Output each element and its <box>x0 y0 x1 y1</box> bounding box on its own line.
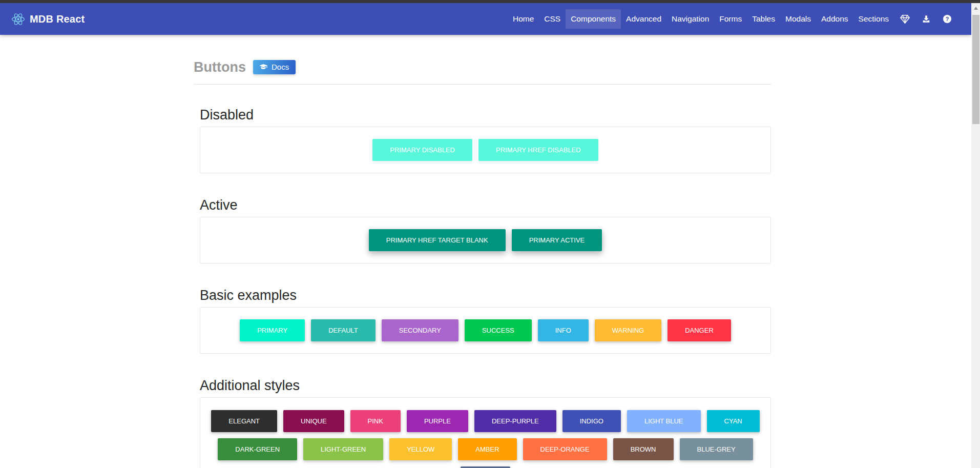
nav-item-navigation[interactable]: Navigation <box>666 9 714 29</box>
nav-item-advanced[interactable]: Advanced <box>621 9 666 29</box>
scrollbar-up-button[interactable] <box>971 3 980 13</box>
section-heading-active: Active <box>200 197 771 213</box>
top-strip <box>0 0 980 3</box>
scrollbar-thumb[interactable] <box>972 15 979 124</box>
section-heading-additional-styles: Additional styles <box>200 378 771 394</box>
button-success[interactable]: SUCCESS <box>465 319 532 341</box>
page-title: Buttons <box>194 59 246 75</box>
button-info[interactable]: INFO <box>538 319 589 341</box>
scroll-up-arrow-icon <box>974 7 978 10</box>
button-purple[interactable]: PURPLE <box>407 410 468 432</box>
button-light-green[interactable]: LIGHT-GREEN <box>303 438 383 460</box>
help-button[interactable]: ? <box>936 9 958 29</box>
scrollbar[interactable] <box>971 3 980 468</box>
button-primary-href-target-blank[interactable]: PRIMARY HREF TARGET BLANK <box>369 229 506 251</box>
additional-row-3 <box>208 463 762 468</box>
button-primary-active[interactable]: PRIMARY ACTIVE <box>512 229 602 251</box>
button-primary-href-disabled[interactable]: PRIMARY HREF DISABLED <box>478 139 598 161</box>
gem-icon <box>900 14 910 24</box>
svg-text:?: ? <box>946 16 949 22</box>
nav-item-addons[interactable]: Addons <box>816 9 853 29</box>
basic-examples-panel: PRIMARY DEFAULT SECONDARY SUCCESS INFO W… <box>200 307 771 354</box>
button-brown[interactable]: BROWN <box>613 438 674 460</box>
button-yellow[interactable]: YELLOW <box>389 438 452 460</box>
section-active: Active PRIMARY HREF TARGET BLANK PRIMARY… <box>200 197 771 263</box>
button-danger[interactable]: DANGER <box>668 319 731 341</box>
nav-item-tables[interactable]: Tables <box>747 9 780 29</box>
button-dark-green[interactable]: DARK-GREEN <box>218 438 297 460</box>
button-primary-disabled[interactable]: PRIMARY DISABLED <box>372 139 472 161</box>
navbar-brand[interactable]: MDB React <box>11 12 85 26</box>
page-header: Buttons Docs <box>194 59 771 75</box>
additional-styles-panel: ELEGANT UNIQUE PINK PURPLE DEEP-PURPLE I… <box>200 397 771 468</box>
nav-item-home[interactable]: Home <box>508 9 539 29</box>
react-logo-icon <box>11 12 25 26</box>
button-deep-orange[interactable]: DEEP-ORANGE <box>523 438 607 460</box>
button-light-blue[interactable]: LIGHT BLUE <box>627 410 701 432</box>
title-divider <box>194 84 771 85</box>
button-secondary[interactable]: SECONDARY <box>382 319 458 341</box>
navbar-links: Home CSS Components Advanced Navigation … <box>508 9 958 29</box>
button-deep-purple[interactable]: DEEP-PURPLE <box>474 410 556 432</box>
download-icon <box>922 14 931 24</box>
additional-row-1: ELEGANT UNIQUE PINK PURPLE DEEP-PURPLE I… <box>208 407 762 435</box>
section-disabled: Disabled PRIMARY DISABLED PRIMARY HREF D… <box>200 107 771 173</box>
section-heading-disabled: Disabled <box>200 107 771 123</box>
navbar: MDB React Home CSS Components Advanced N… <box>0 3 971 35</box>
button-primary[interactable]: PRIMARY <box>240 319 305 341</box>
gem-button[interactable] <box>894 10 916 29</box>
button-elegant[interactable]: ELEGANT <box>211 410 277 432</box>
button-indigo[interactable]: INDIGO <box>562 410 621 432</box>
graduation-cap-icon <box>259 64 267 71</box>
nav-item-components[interactable]: Components <box>566 9 621 29</box>
button-amber[interactable]: AMBER <box>458 438 516 460</box>
section-basic-examples: Basic examples PRIMARY DEFAULT SECONDARY… <box>200 288 771 354</box>
section-additional-styles: Additional styles ELEGANT UNIQUE PINK PU… <box>200 378 771 468</box>
nav-item-modals[interactable]: Modals <box>780 9 816 29</box>
nav-item-forms[interactable]: Forms <box>714 9 747 29</box>
section-heading-basic-examples: Basic examples <box>200 288 771 303</box>
button-cyan[interactable]: CYAN <box>707 410 760 432</box>
main-content: Buttons Docs Disabled PRIMARY DISABLED P… <box>194 35 771 468</box>
nav-item-sections[interactable]: Sections <box>853 9 894 29</box>
docs-button-label: Docs <box>272 63 289 71</box>
nav-item-css[interactable]: CSS <box>539 9 566 29</box>
additional-row-2: DARK-GREEN LIGHT-GREEN YELLOW AMBER DEEP… <box>208 435 762 463</box>
disabled-panel: PRIMARY DISABLED PRIMARY HREF DISABLED <box>200 127 771 173</box>
active-panel: PRIMARY HREF TARGET BLANK PRIMARY ACTIVE <box>200 217 771 263</box>
button-unique[interactable]: UNIQUE <box>283 410 344 432</box>
button-blue-grey[interactable]: BLUE-GREY <box>680 438 753 460</box>
button-default[interactable]: DEFAULT <box>311 319 376 341</box>
download-button[interactable] <box>916 10 936 28</box>
button-pink[interactable]: PINK <box>350 410 401 432</box>
button-warning[interactable]: WARNING <box>595 319 661 341</box>
help-icon: ? <box>942 14 952 24</box>
brand-title: MDB React <box>30 13 85 25</box>
docs-button[interactable]: Docs <box>253 60 296 74</box>
